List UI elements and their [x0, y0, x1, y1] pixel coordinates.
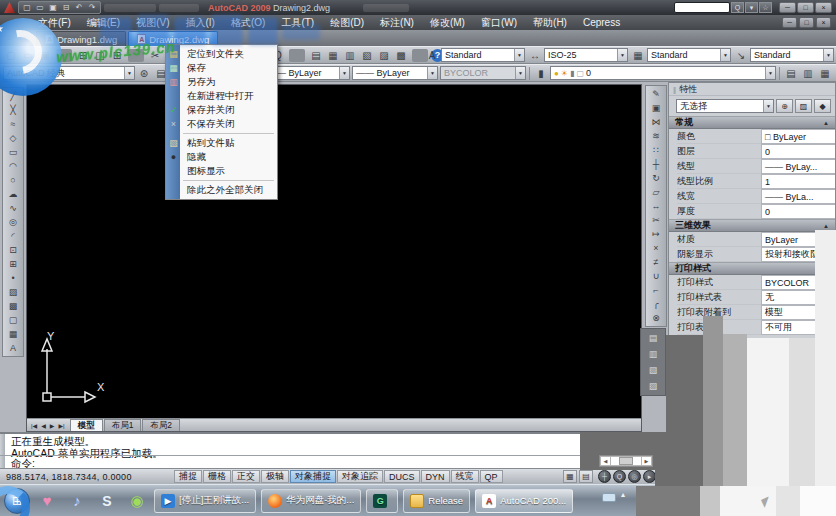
menu-item[interactable]: 编辑(E) [79, 15, 128, 30]
tool-palettes-icon[interactable]: ▥ [342, 48, 358, 63]
menu-item[interactable]: Cepress [575, 15, 628, 30]
mdi-close-button[interactable]: × [816, 17, 831, 28]
status-toggle[interactable]: 捕捉 [174, 470, 202, 483]
qat-new-icon[interactable]: ▢ [21, 3, 33, 12]
first-tab-icon[interactable]: |◀ [31, 422, 37, 429]
status-toggle[interactable]: 栅格 [203, 470, 231, 483]
break-at-point-icon[interactable]: × [647, 241, 665, 255]
status-toggle[interactable]: 正交 [232, 470, 260, 483]
palette-section-general[interactable]: 常规 [669, 116, 835, 129]
insert-block-icon[interactable]: ⊡ [4, 243, 22, 257]
spline-icon[interactable]: ∿ [4, 201, 22, 215]
tab-menu-icon[interactable]: ≡ [4, 33, 15, 44]
music-app-icon[interactable]: ♪ [65, 489, 89, 513]
taskbar-button[interactable]: 华为网盘-我的... [261, 489, 361, 513]
context-menu-item[interactable]: ● 隐藏 [166, 150, 277, 164]
construction-line-icon[interactable]: ╳ [4, 103, 22, 117]
infocenter-search-input[interactable] [674, 2, 730, 13]
mdi-minimize-button[interactable]: ─ [782, 17, 797, 28]
layout-tab[interactable]: 布局2 [142, 419, 180, 431]
hatch-icon[interactable]: ▨ [4, 285, 22, 299]
scroll-left-icon[interactable]: ◀ [601, 457, 610, 465]
layer-previous-icon[interactable]: ▦ [817, 66, 833, 81]
layer-states-icon[interactable]: ▥ [800, 66, 816, 81]
menu-item[interactable]: 工具(T) [273, 15, 322, 30]
style-combo[interactable]: Standard [750, 48, 834, 62]
status-toggle[interactable]: 线宽 [451, 470, 479, 483]
context-menu-item[interactable]: 在新进程中打开 [166, 89, 277, 103]
quickcalc-icon[interactable]: ▩ [393, 48, 409, 63]
palette-titlebar[interactable]: || 特性 [669, 83, 835, 96]
workspace-combo[interactable]: AutoCAD 经典 [3, 66, 135, 80]
layer-control[interactable]: ●☀▮▢ 0 [550, 66, 776, 80]
taskbar-button[interactable]: Release [403, 489, 470, 513]
scrollbar-thumb[interactable] [619, 457, 633, 465]
minimize-button[interactable]: ─ [779, 2, 796, 13]
steering-wheel-icon[interactable]: ◎ [628, 470, 641, 483]
search-icon[interactable]: Q [731, 2, 744, 13]
cut-icon[interactable]: ✂ [147, 48, 163, 63]
trim-icon[interactable]: ✂ [647, 213, 665, 227]
plot-preview-icon[interactable]: ◫ [92, 48, 108, 63]
close-button[interactable]: × [815, 2, 832, 13]
context-menu-item[interactable]: ▥ 另存为 [166, 75, 277, 89]
scroll-right-icon[interactable]: ▶ [642, 457, 651, 465]
context-menu-item[interactable]: ✓ 保存并关闭 [166, 103, 277, 117]
next-tab-icon[interactable]: ▶ [50, 422, 55, 429]
coordinates-display[interactable]: 988.5174, 1818.7344, 0.0000 [0, 472, 174, 482]
plot-style-control[interactable]: BYCOLOR [440, 66, 526, 80]
explode-icon[interactable]: ⊗ [647, 311, 665, 325]
quick-select-button[interactable]: ▨ [795, 99, 812, 113]
draworder-front-icon[interactable]: ▤ [642, 330, 664, 346]
ellipse-arc-icon[interactable]: ◜ [4, 229, 22, 243]
layout-tab[interactable]: 布局1 [104, 419, 142, 431]
table-style-icon[interactable]: ▦ [630, 48, 646, 63]
context-menu-item[interactable]: 除此之外全部关闭 [166, 183, 277, 197]
menu-item[interactable]: 标注(N) [372, 15, 422, 30]
save-icon[interactable]: ▣ [37, 48, 53, 63]
layer-color-swatch[interactable]: ▢ [576, 69, 584, 78]
context-menu-item[interactable]: 图标显示 [166, 164, 277, 178]
status-toggle[interactable]: DUCS [384, 470, 420, 483]
dim-style-icon[interactable]: ↔ [527, 48, 543, 63]
qat-plot-icon[interactable]: ⊟ [60, 3, 72, 12]
tray-input-icon[interactable] [602, 493, 616, 502]
menu-item[interactable]: 绘图(D) [322, 15, 372, 30]
draworder-above-icon[interactable]: ▧ [642, 362, 664, 378]
search-dropdown-icon[interactable]: ▾ [745, 2, 758, 13]
properties-icon[interactable]: ▤ [308, 48, 324, 63]
qat-undo-icon[interactable]: ↶ [73, 3, 85, 12]
gradient-icon[interactable]: ▩ [4, 299, 22, 313]
drawing-canvas[interactable]: Y X |◀◀▶▶| 模型布局1布局2 [26, 84, 642, 432]
quick-properties-button[interactable]: ◆ [814, 99, 831, 113]
make-block-icon[interactable]: ⊞ [4, 257, 22, 271]
horizontal-scrollbar[interactable]: ◀ ▶ [599, 455, 653, 467]
erase-icon[interactable]: ✎ [647, 87, 665, 101]
status-toggle[interactable]: 对象捕捉 [290, 470, 336, 483]
qat-save-icon[interactable]: ▣ [47, 3, 59, 12]
revision-cloud-icon[interactable]: ☁ [4, 187, 22, 201]
layer-properties-icon[interactable]: ▤ [783, 66, 799, 81]
context-menu-item[interactable]: ▤ 定位到文件夹 [166, 47, 277, 61]
favorites-star-icon[interactable]: ☆ [759, 2, 772, 13]
zoom-icon[interactable]: Q [613, 470, 626, 483]
tab-list-icon[interactable]: ▤ [18, 33, 29, 44]
scale-icon[interactable]: ▱ [647, 185, 665, 199]
polygon-icon[interactable]: ◇ [4, 131, 22, 145]
line-icon[interactable]: ╱ [4, 89, 22, 103]
rectangle-icon[interactable]: ▭ [4, 145, 22, 159]
layout-tab[interactable]: 模型 [70, 419, 103, 431]
plot-icon[interactable]: ⊟ [75, 48, 91, 63]
status-toggle[interactable]: 对象追踪 [337, 470, 383, 483]
layer-sun-icon[interactable]: ☀ [561, 69, 568, 78]
text-style-icon[interactable]: A [424, 48, 440, 63]
menu-item[interactable]: 插入(I) [177, 15, 222, 30]
layer-bulb-icon[interactable]: ● [554, 69, 559, 78]
offset-icon[interactable]: ≋ [647, 129, 665, 143]
lineweight-control[interactable]: —— ByLayer [352, 66, 438, 80]
selection-combo[interactable]: 无选择 [676, 99, 774, 113]
security-app-icon[interactable]: ◉ [125, 489, 149, 513]
last-tab-icon[interactable]: ▶| [58, 422, 64, 429]
copy-icon[interactable]: ▣ [647, 101, 665, 115]
draworder-below-icon[interactable]: ▨ [642, 378, 664, 394]
